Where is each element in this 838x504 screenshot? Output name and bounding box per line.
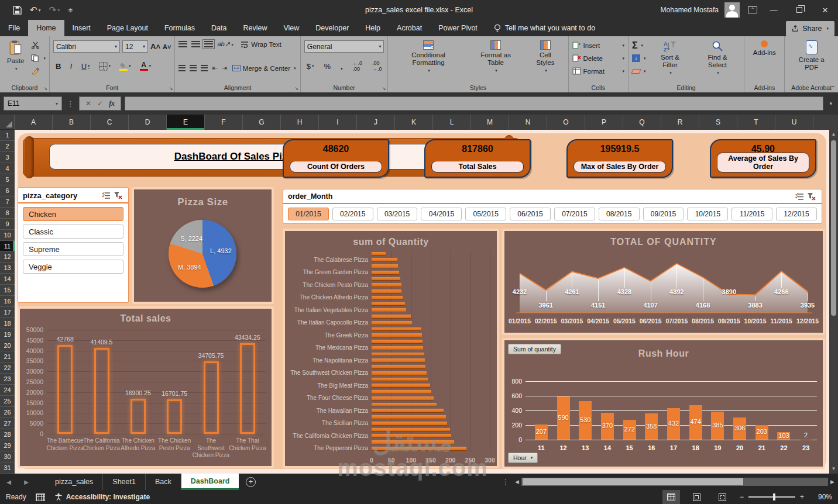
- pizza-size-pie[interactable]: L, 4932M, 3894S, 2224: [169, 220, 236, 288]
- undo-button[interactable]: ↶▾: [30, 5, 41, 15]
- row-header-5[interactable]: 5: [0, 174, 15, 185]
- fill-color-button[interactable]: ▾: [117, 60, 133, 72]
- hbar-28[interactable]: [372, 428, 450, 432]
- macro-record-icon[interactable]: [36, 493, 45, 501]
- decrease-decimal-button[interactable]: .00→.0: [370, 60, 384, 72]
- align-bottom-icon[interactable]: [204, 41, 213, 47]
- tab-review[interactable]: Review: [235, 20, 275, 36]
- bar-the-chicken-alfredo-pizza[interactable]: [130, 399, 146, 434]
- scroll-up-icon[interactable]: ▲: [832, 130, 836, 139]
- conditional-formatting-button[interactable]: ≠ Conditional Formatting▾: [391, 39, 465, 74]
- tab-file[interactable]: File: [0, 20, 28, 36]
- row-header-26[interactable]: 26: [0, 407, 15, 418]
- slicer-item-04-2015[interactable]: 04/2015: [421, 208, 462, 220]
- tab-acrobat[interactable]: Acrobat: [389, 20, 430, 36]
- font-size-combo[interactable]: 12▾: [122, 40, 148, 53]
- font-color-button[interactable]: A▾: [138, 60, 154, 72]
- row-header-23[interactable]: 23: [0, 374, 15, 385]
- row-header-13[interactable]: 13: [0, 263, 15, 274]
- hbar-22[interactable]: [372, 390, 431, 394]
- column-header-H[interactable]: H: [281, 115, 319, 130]
- select-all-corner[interactable]: [0, 115, 15, 130]
- hbar-6[interactable]: [372, 289, 401, 294]
- redo-button[interactable]: ↷▾: [49, 5, 60, 15]
- hbar-5[interactable]: [372, 283, 401, 287]
- row-header-20[interactable]: 20: [0, 340, 15, 351]
- column-header-B[interactable]: B: [53, 115, 91, 130]
- zoom-slider-handle[interactable]: [773, 493, 775, 500]
- font-dialog-launcher[interactable]: ↘: [169, 86, 173, 91]
- borders-button[interactable]: ▾: [97, 60, 114, 72]
- zoom-control[interactable]: − +: [740, 493, 804, 501]
- column-header-A[interactable]: A: [15, 115, 53, 130]
- row-header-7[interactable]: 7: [0, 196, 15, 208]
- row-header-10[interactable]: 10: [0, 230, 15, 241]
- vertical-scrollbar[interactable]: ▲ ▼: [829, 130, 838, 474]
- comma-style-button[interactable]: ,: [338, 60, 345, 72]
- scroll-right-icon[interactable]: ▶: [830, 479, 834, 485]
- hbar-24[interactable]: [372, 403, 437, 407]
- page-layout-view-button[interactable]: [688, 490, 706, 504]
- decrease-indent-button[interactable]: ⇤: [212, 64, 217, 72]
- format-painter-button[interactable]: [31, 66, 46, 76]
- wrap-text-button[interactable]: Wrap Text: [241, 41, 281, 48]
- column-header-D[interactable]: D: [129, 115, 167, 130]
- column-header-I[interactable]: I: [319, 115, 357, 130]
- format-as-table-button[interactable]: Format as Table▾: [469, 39, 523, 74]
- sheet-tab-pizza-sales[interactable]: pizza_sales: [46, 474, 103, 490]
- hbar-9[interactable]: [372, 308, 406, 312]
- cancel-formula-icon[interactable]: ✕: [85, 99, 91, 108]
- bar-the-barbecue-chicken-pizza[interactable]: [57, 345, 73, 434]
- tab-home[interactable]: Home: [28, 20, 64, 36]
- row-header-22[interactable]: 22: [0, 363, 15, 374]
- tab-help[interactable]: Help: [357, 20, 389, 36]
- column-header-U[interactable]: U: [775, 115, 813, 130]
- hbar-21[interactable]: [372, 384, 430, 388]
- sort-filter-button[interactable]: AZ Sort & Filter▾: [649, 39, 691, 77]
- column-header-M[interactable]: M: [471, 115, 509, 130]
- account-name[interactable]: Mohamed Mostafa: [661, 6, 719, 14]
- hbar-3[interactable]: [372, 271, 399, 275]
- sheet-tab-back[interactable]: Back: [146, 474, 181, 490]
- hbar-18[interactable]: [372, 365, 425, 369]
- hbar-2[interactable]: [372, 264, 398, 268]
- align-middle-icon[interactable]: [191, 41, 200, 47]
- increase-decimal-button[interactable]: ←.0.00: [351, 60, 365, 72]
- sheet-tab-dashboard[interactable]: DashBoard: [181, 474, 239, 490]
- format-cells-button[interactable]: Format▾: [572, 66, 624, 76]
- hbar-30[interactable]: [372, 440, 454, 444]
- slicer-item-02-2015[interactable]: 02/2015: [332, 208, 373, 220]
- scroll-left-icon[interactable]: ◀: [515, 479, 519, 485]
- clipboard-dialog-launcher[interactable]: ↘: [43, 86, 47, 91]
- close-button[interactable]: ✕: [812, 0, 838, 20]
- hbar-23[interactable]: [372, 396, 434, 401]
- column-header-Q[interactable]: Q: [623, 115, 661, 130]
- zoom-in-icon[interactable]: +: [800, 493, 804, 501]
- slicer-item-01-2015[interactable]: 01/2015: [288, 208, 329, 220]
- column-header-O[interactable]: O: [547, 115, 585, 130]
- align-center-icon[interactable]: [190, 65, 197, 71]
- row-header-4[interactable]: 4: [0, 163, 15, 174]
- multi-select-icon[interactable]: [794, 192, 805, 201]
- bar-the-california-chicken-pizza[interactable]: [94, 348, 109, 434]
- hbar-12[interactable]: [372, 327, 421, 332]
- increase-indent-button[interactable]: ⇥: [222, 64, 227, 72]
- tab-view[interactable]: View: [275, 20, 307, 36]
- hbar-0[interactable]: [372, 252, 386, 256]
- name-box[interactable]: E11▾: [4, 96, 62, 111]
- tell-me-box[interactable]: Tell me what you want to do: [486, 20, 603, 36]
- hbar-25[interactable]: [372, 409, 444, 413]
- slicer-item-classic[interactable]: Classic: [23, 225, 123, 239]
- rush-hour-chart[interactable]: Rush Hour Sum of quantity Hour▾ 02004006…: [502, 338, 825, 469]
- hbar-4[interactable]: [372, 277, 400, 281]
- slicer-item-07-2015[interactable]: 07/2015: [554, 208, 595, 220]
- sum-of-quantity-field-button[interactable]: Sum of quantity: [508, 344, 561, 354]
- row-header-27[interactable]: 27: [0, 418, 15, 429]
- italic-button[interactable]: I: [67, 60, 74, 72]
- percent-style-button[interactable]: %: [322, 60, 334, 72]
- bar-the-thai-chicken-pizza[interactable]: [240, 343, 255, 434]
- row-header-19[interactable]: 19: [0, 329, 15, 340]
- autosum-button[interactable]: Σ▾: [632, 40, 646, 50]
- column-header-N[interactable]: N: [509, 115, 547, 130]
- row-header-14[interactable]: 14: [0, 274, 15, 285]
